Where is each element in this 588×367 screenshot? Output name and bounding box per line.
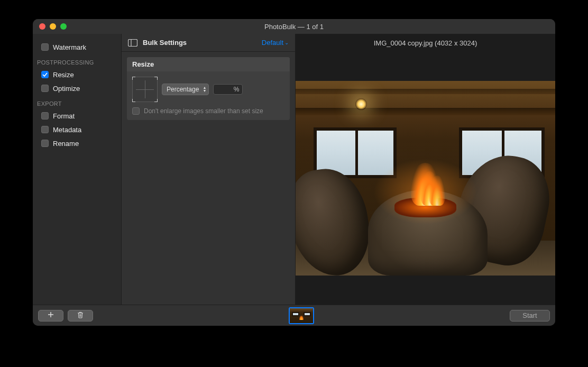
preview-column: IMG_0004 copy.jpg (4032 x 3024) bbox=[296, 34, 555, 305]
preview-image bbox=[296, 81, 555, 276]
preview-filename: IMG_0004 copy.jpg (4032 x 3024) bbox=[296, 34, 555, 52]
checkbox-format[interactable] bbox=[41, 112, 49, 120]
resize-mode-select[interactable]: Percentage ▲▼ bbox=[162, 84, 209, 95]
sidebar: Watermark POSTPROCESSING Resize Optimize… bbox=[33, 34, 121, 305]
sidebar-item-format[interactable]: Format bbox=[33, 109, 121, 123]
checkbox-metadata[interactable] bbox=[41, 126, 49, 133]
resize-mode-select-value: Percentage bbox=[167, 86, 199, 93]
resize-percentage-unit: % bbox=[234, 86, 240, 93]
checkbox-watermark[interactable] bbox=[41, 43, 49, 51]
checkbox-resize[interactable] bbox=[41, 71, 49, 78]
start-button-label: Start bbox=[522, 311, 537, 319]
resize-crop-widget[interactable] bbox=[132, 77, 158, 102]
sidebar-item-optimize[interactable]: Optimize bbox=[33, 81, 121, 95]
resize-panel: Resize Percentage ▲▼ % bbox=[127, 57, 290, 120]
titlebar: PhotoBulk — 1 of 1 bbox=[33, 19, 555, 34]
sidebar-item-rename[interactable]: Rename bbox=[33, 136, 121, 150]
preview-canvas bbox=[296, 52, 555, 305]
plus-icon bbox=[48, 311, 54, 319]
updown-icon: ▲▼ bbox=[203, 86, 206, 93]
settings-title: Bulk Settings bbox=[143, 39, 256, 47]
sidebar-item-watermark[interactable]: Watermark bbox=[33, 40, 121, 54]
sidebar-section-postprocessing: POSTPROCESSING bbox=[33, 54, 121, 68]
thumbnail-selected[interactable] bbox=[289, 307, 314, 324]
dont-enlarge-row[interactable]: Don't enlarge images smaller than set si… bbox=[132, 107, 284, 115]
settings-header: Bulk Settings Default ⌄ bbox=[122, 34, 295, 52]
sidebar-item-label: Rename bbox=[53, 140, 79, 148]
dont-enlarge-label: Don't enlarge images smaller than set si… bbox=[144, 107, 263, 115]
app-window: PhotoBulk — 1 of 1 Watermark POSTPROCESS… bbox=[33, 19, 555, 326]
resize-panel-title: Resize bbox=[127, 57, 290, 71]
sidebar-item-label: Optimize bbox=[53, 85, 80, 93]
sidebar-toggle-icon[interactable] bbox=[128, 39, 137, 47]
checkbox-dont-enlarge[interactable] bbox=[132, 107, 140, 115]
sidebar-section-export: EXPORT bbox=[33, 95, 121, 109]
preset-dropdown-label: Default bbox=[262, 39, 283, 47]
chevron-down-icon: ⌄ bbox=[284, 40, 289, 45]
sidebar-item-label: Metadata bbox=[53, 126, 81, 134]
sidebar-item-resize[interactable]: Resize bbox=[33, 68, 121, 81]
light-bulb-icon bbox=[355, 98, 367, 110]
sidebar-item-label: Format bbox=[53, 112, 75, 120]
sidebar-item-metadata[interactable]: Metadata bbox=[33, 123, 121, 136]
checkbox-optimize[interactable] bbox=[41, 85, 49, 92]
resize-percentage-input[interactable]: % bbox=[213, 84, 243, 95]
settings-column: Bulk Settings Default ⌄ Resize Perce bbox=[121, 34, 296, 305]
svg-rect-0 bbox=[128, 39, 137, 46]
sidebar-item-label: Resize bbox=[53, 71, 74, 79]
add-button[interactable] bbox=[38, 310, 63, 322]
preset-dropdown[interactable]: Default ⌄ bbox=[262, 39, 289, 47]
delete-button[interactable] bbox=[68, 310, 93, 322]
checkbox-rename[interactable] bbox=[41, 140, 49, 147]
sidebar-item-label: Watermark bbox=[53, 43, 86, 51]
footer: Start bbox=[33, 305, 555, 326]
window-title: PhotoBulk — 1 of 1 bbox=[33, 23, 555, 31]
trash-icon bbox=[77, 311, 84, 320]
start-button[interactable]: Start bbox=[510, 310, 550, 322]
